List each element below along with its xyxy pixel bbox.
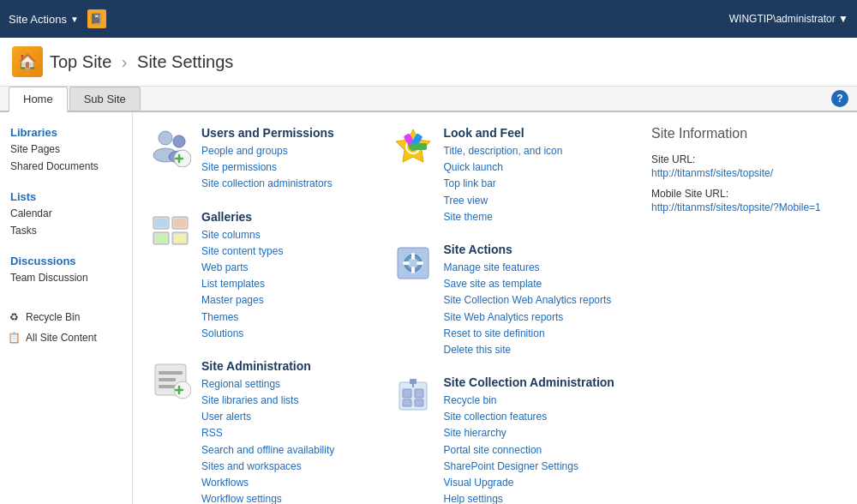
- link-search-offline[interactable]: Search and offline availability: [201, 442, 375, 459]
- galleries-icon: [150, 210, 191, 251]
- link-sites-workspaces[interactable]: Sites and workspaces: [201, 459, 375, 475]
- link-recycle-bin[interactable]: Recycle bin: [444, 393, 618, 409]
- link-site-columns[interactable]: Site columns: [201, 227, 375, 243]
- sidebar-divider-2: [0, 239, 132, 249]
- sidebar-item-calendar[interactable]: Calendar: [0, 205, 132, 222]
- site-url-label: Site URL:: [651, 153, 840, 165]
- user-dropdown-arrow: ▼: [838, 13, 848, 25]
- user-menu[interactable]: WINGTIP\administrator ▼: [729, 13, 848, 25]
- svg-rect-29: [417, 261, 423, 265]
- site-admin-icon: [150, 359, 191, 400]
- site-info-title: Site Information: [651, 126, 840, 141]
- link-regional-settings[interactable]: Regional settings: [201, 376, 375, 393]
- help-button[interactable]: ?: [831, 90, 848, 107]
- link-site-libraries-lists[interactable]: Site libraries and lists: [201, 393, 375, 409]
- sidebar-discussions-title[interactable]: Discussions: [0, 249, 132, 269]
- link-collection-features[interactable]: Site collection features: [444, 409, 618, 425]
- sidebar-divider-3: [0, 286, 132, 297]
- sidebar-item-team-discussion[interactable]: Team Discussion: [0, 269, 132, 286]
- recycle-bin-label: Recycle Bin: [26, 311, 80, 323]
- site-admin-title: Site Administration: [201, 359, 375, 373]
- link-site-permissions[interactable]: Site permissions: [201, 159, 375, 176]
- link-tree-view[interactable]: Tree view: [444, 193, 618, 209]
- tab-subsite[interactable]: Sub Site: [69, 87, 141, 111]
- link-top-link-bar[interactable]: Top link bar: [444, 176, 618, 192]
- svg-rect-8: [174, 219, 186, 227]
- link-workflow-settings[interactable]: Workflow settings: [201, 491, 375, 504]
- link-list-templates[interactable]: List templates: [201, 276, 375, 292]
- link-site-theme[interactable]: Site theme: [444, 209, 618, 225]
- svg-rect-28: [403, 261, 410, 265]
- link-visual-upgrade[interactable]: Visual Upgrade: [444, 475, 618, 491]
- link-quick-launch[interactable]: Quick launch: [444, 159, 618, 176]
- link-portal-connection[interactable]: Portal site connection: [444, 442, 618, 459]
- users-permissions-content: Users and Permissions People and groups …: [201, 126, 375, 193]
- link-web-analytics[interactable]: Site Web Analytics reports: [444, 309, 618, 326]
- link-people-groups[interactable]: People and groups: [201, 143, 375, 159]
- top-bar: Site Actions ▼ 📓 WINGTIP\administrator ▼: [0, 0, 857, 38]
- sidebar-item-site-pages[interactable]: Site Pages: [0, 141, 132, 158]
- svg-rect-14: [159, 371, 183, 375]
- sidebar-all-site-content[interactable]: 📋 All Site Content: [0, 327, 132, 348]
- sidebar-lists-title[interactable]: Lists: [0, 185, 132, 205]
- breadcrumb-bar: 🏠 Top Site › Site Settings: [0, 38, 857, 87]
- link-user-alerts[interactable]: User alerts: [201, 409, 375, 425]
- site-actions-label: Site Actions: [9, 13, 67, 26]
- link-title-description[interactable]: Title, description, and icon: [444, 143, 618, 159]
- link-web-parts[interactable]: Web parts: [201, 260, 375, 276]
- recycle-bin-icon: ♻: [7, 310, 21, 324]
- breadcrumb-page-name: Site Settings: [137, 52, 233, 71]
- link-rss[interactable]: RSS: [201, 425, 375, 441]
- link-site-content-types[interactable]: Site content types: [201, 243, 375, 260]
- galleries-content: Galleries Site columns Site content type…: [201, 210, 375, 342]
- svg-rect-34: [415, 399, 423, 406]
- all-site-content-label: All Site Content: [26, 332, 97, 344]
- link-collection-web-analytics[interactable]: Site Collection Web Analytics reports: [444, 292, 618, 309]
- link-workflows[interactable]: Workflows: [201, 475, 375, 491]
- content-col-1: Users and Permissions People and groups …: [150, 126, 393, 504]
- content-area: Users and Permissions People and groups …: [133, 112, 857, 504]
- users-permissions-title: Users and Permissions: [201, 126, 375, 140]
- tab-home[interactable]: Home: [9, 87, 68, 112]
- collection-admin-title: Site Collection Administration: [444, 375, 618, 389]
- sidebar-recycle-bin[interactable]: ♻ Recycle Bin: [0, 307, 132, 327]
- svg-rect-31: [403, 389, 411, 398]
- svg-rect-22: [410, 143, 427, 150]
- section-users-permissions: Users and Permissions People and groups …: [150, 126, 375, 193]
- sidebar-divider-4: [0, 297, 132, 307]
- mobile-url-link[interactable]: http://titanmsf/sites/topsite/?Mobile=1: [651, 201, 840, 213]
- look-feel-icon: [393, 126, 434, 167]
- site-information-panel: Site Information Site URL: http://titanm…: [651, 126, 840, 504]
- sidebar-item-shared-docs[interactable]: Shared Documents: [0, 158, 132, 175]
- sidebar-item-tasks[interactable]: Tasks: [0, 222, 132, 239]
- svg-point-0: [159, 131, 172, 145]
- site-url-link[interactable]: http://titanmsf/sites/topsite/: [651, 167, 840, 179]
- site-actions-button[interactable]: Site Actions ▼: [9, 13, 79, 26]
- link-delete-site[interactable]: Delete this site: [444, 342, 618, 358]
- section-look-feel: Look and Feel Title, description, and ic…: [393, 126, 618, 225]
- top-bar-left: Site Actions ▼ 📓: [9, 9, 106, 28]
- breadcrumb-site-name[interactable]: Top Site: [50, 52, 111, 71]
- content-col-2: Look and Feel Title, description, and ic…: [393, 126, 635, 504]
- link-manage-features[interactable]: Manage site features: [444, 260, 618, 276]
- link-help-settings[interactable]: Help settings: [444, 491, 618, 504]
- link-site-collection-admins[interactable]: Site collection administrators: [201, 176, 375, 192]
- breadcrumb: Top Site › Site Settings: [50, 52, 233, 72]
- link-save-as-template[interactable]: Save site as template: [444, 276, 618, 292]
- link-designer-settings[interactable]: SharePoint Designer Settings: [444, 459, 618, 475]
- tab-bar: Home Sub Site ?: [0, 87, 857, 112]
- link-master-pages[interactable]: Master pages: [201, 292, 375, 309]
- svg-point-2: [173, 135, 185, 147]
- main-layout: Libraries Site Pages Shared Documents Li…: [0, 112, 857, 504]
- link-reset-definition[interactable]: Reset to site definition: [444, 326, 618, 342]
- collection-admin-content: Site Collection Administration Recycle b…: [444, 375, 618, 504]
- site-admin-content: Site Administration Regional settings Si…: [201, 359, 375, 504]
- mobile-url-label: Mobile Site URL:: [651, 188, 840, 200]
- content-columns: Users and Permissions People and groups …: [150, 126, 634, 504]
- look-feel-title: Look and Feel: [444, 126, 618, 140]
- link-themes[interactable]: Themes: [201, 309, 375, 326]
- sidebar-libraries-title[interactable]: Libraries: [0, 121, 132, 141]
- section-site-admin: Site Administration Regional settings Si…: [150, 359, 375, 504]
- link-site-hierarchy[interactable]: Site hierarchy: [444, 425, 618, 441]
- link-solutions[interactable]: Solutions: [201, 326, 375, 342]
